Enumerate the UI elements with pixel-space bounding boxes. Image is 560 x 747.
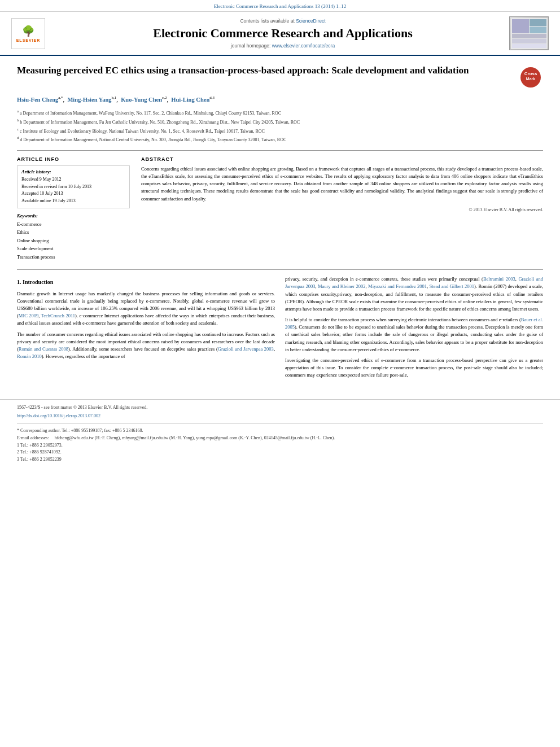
cite-techcrunch: TechCrunch 2011 xyxy=(41,313,75,318)
crossmark-badge: Cross Mark xyxy=(520,67,543,90)
article-info-heading: ARTICLE INFO xyxy=(17,156,130,162)
footnote-3: 3 Tel.: +886 2 29052239 xyxy=(17,456,543,464)
article-title-section: Measuring perceived EC ethics using a tr… xyxy=(17,64,543,90)
svg-text:Mark: Mark xyxy=(526,77,535,81)
cite-bauer: Bauer et al. 2005 xyxy=(285,317,543,330)
accepted-date: Accepted 10 July 2013 xyxy=(21,190,125,198)
affiliation-d: d d Department of Information Management… xyxy=(17,135,543,143)
affiliation-a: a a Department of Information Management… xyxy=(17,108,543,117)
cite-miyazaki: Miyazaki and Fernandez 2001 xyxy=(368,283,427,289)
journal-thumbnail xyxy=(509,16,549,50)
abstract-heading: ABSTRACT xyxy=(141,156,543,162)
svg-rect-4 xyxy=(512,34,546,38)
author-3: Kuo-Yung Chen xyxy=(121,97,162,103)
cite-beltramini: Beltramini 2003 xyxy=(483,276,515,282)
affiliation-c: c c Institute of Ecology and Evolutionar… xyxy=(17,126,543,135)
journal-title: Electronic Commerce Research and Applica… xyxy=(56,26,509,41)
keyword-3: Online shopping xyxy=(17,237,130,244)
intro-para2: The number of consumer concerns regardin… xyxy=(17,331,275,361)
doi-link[interactable]: http://dx.doi.org/10.1016/j.elerap.2013.… xyxy=(17,413,100,418)
article-history-box: Article history: Received 9 May 2012 Rec… xyxy=(17,165,130,208)
divider-1 xyxy=(17,150,543,151)
keywords-label: Keywords: xyxy=(17,213,130,219)
elsevier-label: ELSEVIER xyxy=(16,38,41,42)
article-title-text: Measuring perceived EC ethics using a tr… xyxy=(17,64,515,77)
keyword-5: Transaction process xyxy=(17,253,130,261)
article-info-col: ARTICLE INFO Article history: Received 9… xyxy=(17,156,130,261)
cite-stead-gilbert: Stead and Gilbert 2001 xyxy=(430,283,474,289)
svg-rect-5 xyxy=(512,39,546,43)
keyword-4: Scale development xyxy=(17,244,130,252)
footnote-email: E-mail addresses: hfcheng@wfu.edu.tw (H.… xyxy=(17,435,543,442)
svg-rect-3 xyxy=(530,27,546,33)
footnote-star: * Corresponding author. Tel.: +886 95519… xyxy=(17,427,543,435)
journal-header: 🌳 ELSEVIER Contents lists available at S… xyxy=(0,12,560,56)
right-para3: Investigating the consumer-perceived eth… xyxy=(285,357,543,379)
copyright: © 2013 Elsevier B.V. All rights reserved… xyxy=(141,207,543,212)
keyword-2: Ethics xyxy=(17,228,130,236)
available-online-date: Available online 19 July 2013 xyxy=(21,198,125,205)
elsevier-logo: 🌳 ELSEVIER xyxy=(11,18,56,49)
footnote-2: 2 Tel.: +886 928741092. xyxy=(17,449,543,456)
svg-rect-1 xyxy=(512,19,529,33)
intro-para1: Dramatic growth in Internet usage has ma… xyxy=(17,290,275,327)
article-content: Measuring perceived EC ethics using a tr… xyxy=(0,56,560,391)
contents-available: Contents lists available at ScienceDirec… xyxy=(56,18,509,24)
received-revised-date: Received in revised form 10 July 2013 xyxy=(21,184,125,191)
authors-line: Hsiu-Fen Chenga,*, Ming-Hsien Yangb,1, K… xyxy=(17,95,543,104)
article-two-col: ARTICLE INFO Article history: Received 9… xyxy=(17,156,543,261)
sciencedirect-link[interactable]: ScienceDirect xyxy=(296,18,325,24)
cite-roman-2010: Román 2010 xyxy=(17,353,42,359)
journal-top-bar: Electronic Commerce Research and Applica… xyxy=(0,0,560,12)
svg-rect-2 xyxy=(530,19,546,26)
elsevier-tree-icon: 🌳 xyxy=(22,25,34,37)
received-date: Received 9 May 2012 xyxy=(21,176,125,184)
cite-maury-kleiner: Maury and Kleiner 2002 xyxy=(318,283,366,289)
keywords-box: Keywords: E-commerce Ethics Online shopp… xyxy=(17,213,130,261)
author-1: Hsiu-Fen Cheng xyxy=(17,97,58,103)
intro-heading: 1. Introduction xyxy=(17,278,275,287)
right-para2: It is helpful to consider the transactio… xyxy=(285,316,543,353)
footnote-1: 1 Tel.: +886 2 29052973. xyxy=(17,442,543,449)
right-para1: privacy, security, and deception in e-co… xyxy=(285,276,543,313)
doi-line: http://dx.doi.org/10.1016/j.elerap.2013.… xyxy=(17,413,543,420)
cite-mic2009: MIC 2009 xyxy=(19,313,38,318)
journal-url[interactable]: www.elsevier.com/locate/ecra xyxy=(272,43,335,49)
svg-text:Cross: Cross xyxy=(524,71,537,76)
abstract-col: ABSTRACT Concerns regarding ethical issu… xyxy=(141,156,543,261)
affiliations: a a Department of Information Management… xyxy=(17,108,543,143)
page-footer: 1567-4223/$ - see front matter © 2013 El… xyxy=(0,399,560,468)
body-left-col: 1. Introduction Dramatic growth in Inter… xyxy=(17,276,275,382)
affiliation-b: b b Department of Information Management… xyxy=(17,117,543,126)
svg-rect-6 xyxy=(512,44,546,48)
divider-2 xyxy=(17,269,543,270)
author-2: Ming-Hsien Yang xyxy=(67,97,111,103)
author-4: Hui-Ling Chen xyxy=(171,97,209,103)
article-history-label: Article history: xyxy=(21,169,125,174)
footnotes: * Corresponding author. Tel.: +886 95519… xyxy=(17,423,543,464)
body-right-col: privacy, security, and deception in e-co… xyxy=(285,276,543,382)
crossmark-icon: Cross Mark xyxy=(520,67,541,88)
cite-grazioli-jarvenpaa: Grazioli and Jarvenpaa 2003 xyxy=(218,346,274,352)
journal-header-center: Contents lists available at ScienceDirec… xyxy=(56,18,509,49)
elsevier-logo-box: 🌳 ELSEVIER xyxy=(11,18,45,49)
cite-roman-cuestas: Román and Cuestas 2008 xyxy=(19,346,68,352)
issn-line: 1567-4223/$ - see front matter © 2013 El… xyxy=(17,404,543,412)
article-title: Measuring perceived EC ethics using a tr… xyxy=(17,64,515,77)
keyword-1: E-commerce xyxy=(17,220,130,228)
body-two-col: 1. Introduction Dramatic growth in Inter… xyxy=(17,276,543,382)
journal-homepage: journal homepage: www.elsevier.com/locat… xyxy=(56,43,509,49)
abstract-text: Concerns regarding ethical issues associ… xyxy=(141,165,543,203)
